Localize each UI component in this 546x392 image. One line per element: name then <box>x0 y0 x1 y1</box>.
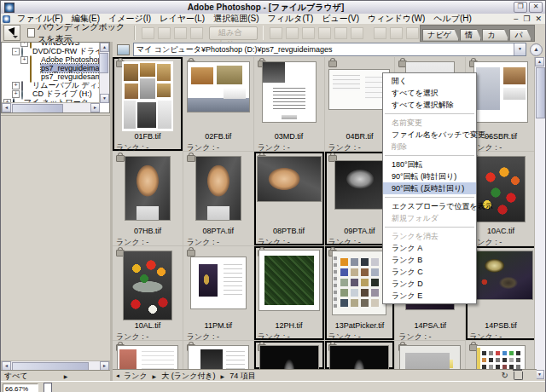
child-close-button[interactable]: ✕ <box>535 14 542 24</box>
tree-expander-icon[interactable]: + <box>20 56 28 64</box>
tree-expander-icon[interactable]: + <box>12 90 20 98</box>
context-menu-item[interactable]: ランク C <box>383 266 476 278</box>
file-cell[interactable] <box>466 341 537 369</box>
file-thumbnail[interactable] <box>476 345 526 369</box>
child-restore-button[interactable]: ❐ <box>523 14 530 24</box>
file-cell[interactable]: 08PTB.tifランク : - <box>254 152 325 246</box>
file-cell[interactable] <box>113 341 183 369</box>
scroll-down-button[interactable]: ▼ <box>100 94 109 103</box>
file-cell[interactable]: 08PTA.tifランク : - <box>183 152 254 246</box>
file-thumbnail[interactable] <box>399 345 461 369</box>
scroll-thumb[interactable] <box>12 104 63 113</box>
menubar-item[interactable]: フィルタ(T) <box>264 14 318 24</box>
metadata-filter-bar[interactable]: すべて ▶ <box>1 370 110 382</box>
path-combobox[interactable]: マイ コンピュータ¥Photoshop (D:)¥ps7_revguideima… <box>133 43 526 56</box>
file-thumbnail[interactable] <box>257 156 322 202</box>
file-thumbnail[interactable] <box>188 345 249 369</box>
tree-horizontal-scrollbar[interactable]: ◄ ► <box>2 102 100 112</box>
palette-tab[interactable]: パス <box>509 29 531 41</box>
file-thumbnail[interactable] <box>187 61 250 112</box>
tree-expander-icon[interactable]: - <box>12 48 20 55</box>
context-menu-item[interactable]: ランク A <box>383 242 476 254</box>
location-icon[interactable] <box>117 44 130 55</box>
collapse-panel-button[interactable]: ◄ <box>115 373 120 378</box>
file-thumbnail[interactable] <box>259 251 319 310</box>
file-cell[interactable]: 10AL.tifランク : - <box>113 246 183 341</box>
file-thumbnail[interactable] <box>125 156 171 221</box>
context-menu-item[interactable]: ファイル名をバッチで変更... <box>383 129 476 141</box>
menubar-item[interactable]: ウィンドウ(W) <box>363 14 429 24</box>
tree-expander-icon[interactable]: + <box>12 82 20 89</box>
palette-tab[interactable]: カラー <box>482 29 508 41</box>
file-cell[interactable]: 11PM.tifランク : - <box>183 246 254 341</box>
file-cell[interactable] <box>325 341 396 369</box>
lock-icon <box>187 155 195 162</box>
scroll-thumb[interactable] <box>536 67 545 118</box>
file-name: 03MD.tif <box>254 132 324 141</box>
file-thumbnail[interactable] <box>476 156 526 222</box>
menubar-item[interactable]: ビュー(V) <box>317 14 363 24</box>
file-thumbnail[interactable] <box>473 61 528 123</box>
file-cell[interactable] <box>254 341 325 369</box>
file-cell[interactable]: 03MD.tifランク : - <box>254 57 325 152</box>
file-thumbnail[interactable] <box>334 160 384 210</box>
file-cell[interactable]: 12PH.tifランク : - <box>254 246 325 341</box>
tree-item[interactable]: ps7_revguideimag <box>2 64 100 72</box>
up-level-button[interactable]: ▲ <box>530 43 543 56</box>
tree-expander-icon[interactable]: + <box>20 42 28 47</box>
context-menu-item[interactable]: 90°回転 (時計回り) <box>383 170 476 182</box>
scroll-up-button[interactable]: ▲ <box>100 43 109 52</box>
menubar-item[interactable]: レイヤー(L) <box>155 14 209 24</box>
context-menu-item[interactable]: すべてを選択 <box>383 87 476 99</box>
menubar-item[interactable]: ヘルプ(H) <box>429 14 476 24</box>
file-cell[interactable]: 07HB.tifランク : - <box>113 152 183 246</box>
scroll-thumb[interactable] <box>99 53 108 73</box>
palette-tab[interactable]: ナビゲータ <box>422 29 459 41</box>
file-thumbnail[interactable] <box>329 345 389 369</box>
file-cell[interactable]: 02FB.tifランク : - <box>183 57 254 152</box>
scroll-left-button[interactable]: ◄ <box>2 103 11 112</box>
path-dropdown-button[interactable]: ▼ <box>514 43 526 55</box>
file-thumbnail[interactable] <box>195 156 241 221</box>
file-thumbnail[interactable] <box>123 251 172 320</box>
browser-vertical-scrollbar[interactable]: ▲ ▼ <box>534 57 545 379</box>
menubar-item[interactable]: 選択範囲(S) <box>209 14 263 24</box>
context-menu-item[interactable]: エクスプローラで位置を表示 <box>383 200 476 212</box>
document-status-icon[interactable] <box>44 383 52 392</box>
file-cell[interactable] <box>395 341 466 369</box>
file-thumbnail[interactable] <box>259 345 319 369</box>
file-thumbnail[interactable] <box>328 69 390 110</box>
tree-vertical-scrollbar[interactable]: ▲ ▼ <box>99 43 109 103</box>
file-thumbnail[interactable] <box>468 251 533 300</box>
file-thumbnail[interactable] <box>190 257 247 309</box>
tree-item[interactable]: -DVD/CD-RW ドライブ <box>2 47 100 55</box>
context-menu-item[interactable]: 開く <box>383 75 476 87</box>
file-thumbnail[interactable] <box>332 251 386 315</box>
file-thumbnail[interactable] <box>262 61 317 123</box>
scroll-right-button[interactable]: ► <box>90 103 100 112</box>
file-thumbnail[interactable] <box>122 61 173 131</box>
context-menu-item[interactable]: すべてを選択解除 <box>383 99 476 111</box>
context-menu-item[interactable]: ランク B <box>383 254 476 266</box>
context-menu-item[interactable]: ランク D <box>383 278 476 290</box>
trash-icon[interactable] <box>514 372 523 380</box>
move-tool-button[interactable] <box>3 25 20 41</box>
context-menu-item[interactable]: ランク E <box>383 290 476 302</box>
context-menu-item[interactable]: 90°回転 (反時計回り) <box>383 182 476 194</box>
view-by-popup[interactable]: 大 (ランク付き) <box>161 371 215 382</box>
close-button[interactable]: ✕ <box>529 2 543 13</box>
rotate-icon[interactable]: ↻ <box>502 372 508 380</box>
palette-tab[interactable]: 情報 <box>460 29 481 41</box>
sort-by-popup[interactable]: ランク <box>124 371 148 382</box>
folder-tree-panel: +WINDOWS-DVD/CD-RW ドライブ+Adobe Photoshopp… <box>1 42 110 113</box>
file-thumbnail[interactable] <box>117 345 178 369</box>
scroll-up-button[interactable]: ▲ <box>535 57 544 66</box>
bounding-box-checkbox[interactable] <box>27 28 35 37</box>
restore-button[interactable]: ❐ <box>514 2 527 13</box>
tree-item[interactable]: +Adobe Photoshop <box>2 55 100 64</box>
context-menu-item[interactable]: 180°回転 <box>383 159 476 170</box>
child-minimize-button[interactable]: – <box>514 14 518 24</box>
zoom-level-field[interactable]: 66.67% <box>3 383 38 392</box>
file-cell[interactable] <box>183 341 254 369</box>
file-cell[interactable]: 01FB.tifランク : - <box>113 57 183 152</box>
